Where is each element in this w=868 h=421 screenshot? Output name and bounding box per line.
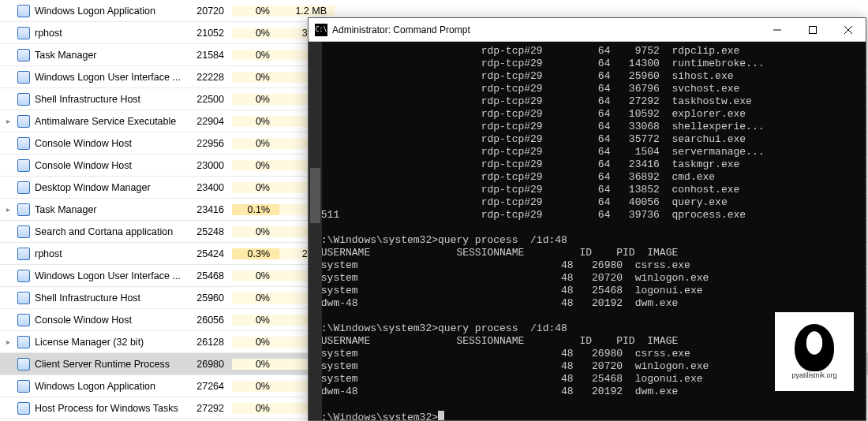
app-icon [17, 71, 30, 84]
pid-cell: 22956 [188, 138, 232, 149]
pid-cell: 25468 [188, 270, 232, 281]
pid-cell: 25424 [188, 248, 232, 259]
process-name-cell: Shell Infrastructure Host [16, 93, 188, 106]
pid-cell: 23400 [188, 182, 232, 193]
process-name-cell: Windows Logon User Interface ... [16, 270, 188, 282]
pid-cell: 21584 [188, 50, 232, 61]
process-name-cell: License Manager (32 bit) [16, 336, 188, 348]
app-icon [17, 137, 30, 150]
app-icon [17, 336, 30, 348]
cpu-cell: 0.1% [232, 204, 279, 215]
cmd-icon: C:\ [315, 24, 327, 36]
minimize-button[interactable] [759, 18, 795, 42]
maximize-button[interactable] [795, 18, 830, 42]
close-icon [844, 26, 852, 34]
pid-cell: 27292 [188, 403, 232, 414]
app-icon [17, 181, 30, 194]
process-name-cell: Windows Logon Application [16, 5, 188, 17]
process-name-cell: rphost [16, 27, 188, 39]
expand-chevron-icon[interactable]: ▸ [0, 337, 16, 346]
pid-cell: 26980 [188, 359, 232, 370]
app-icon [17, 225, 30, 238]
app-icon [17, 5, 30, 17]
pid-cell: 23000 [188, 160, 232, 171]
penguin-icon [795, 324, 834, 371]
app-icon [17, 115, 30, 128]
cpu-cell: 0.3% [232, 248, 279, 259]
process-name-cell: Console Window Host [16, 314, 188, 326]
cursor [438, 411, 444, 420]
cpu-cell: 0% [232, 94, 279, 105]
window-title: Administrator: Command Prompt [332, 24, 759, 35]
process-name-cell: Desktop Window Manager [16, 181, 188, 194]
app-icon [17, 93, 30, 106]
process-name-cell: Task Manager [16, 49, 188, 61]
app-icon [17, 27, 30, 39]
watermark-text: pyatilistnik.org [791, 371, 836, 379]
app-icon [17, 380, 30, 393]
cpu-cell: 0% [232, 138, 279, 149]
pid-cell: 22500 [188, 94, 232, 105]
process-name-cell: Console Window Host [16, 159, 188, 172]
titlebar[interactable]: C:\ Administrator: Command Prompt [309, 18, 866, 42]
app-icon [17, 314, 30, 326]
minimize-icon [773, 26, 781, 34]
cpu-cell: 0% [232, 270, 279, 281]
close-button[interactable] [830, 18, 866, 42]
cpu-cell: 0% [232, 28, 279, 39]
cpu-cell: 0% [232, 182, 279, 193]
pid-cell: 26056 [188, 315, 232, 326]
cpu-cell: 0% [232, 50, 279, 61]
cpu-cell: 0% [232, 72, 279, 83]
watermark: pyatilistnik.org [775, 312, 854, 391]
memory-cell: 1.2 MB [279, 6, 335, 17]
app-icon [17, 358, 30, 371]
maximize-icon [809, 26, 817, 34]
cpu-cell: 0% [232, 359, 279, 370]
app-icon [17, 292, 30, 304]
process-name-cell: Shell Infrastructure Host [16, 292, 188, 304]
expand-chevron-icon[interactable]: ▸ [0, 117, 16, 125]
process-name-cell: Client Server Runtime Process [16, 358, 188, 371]
process-name-cell: rphost [16, 248, 188, 260]
app-icon [17, 159, 30, 172]
cpu-cell: 0% [232, 403, 279, 414]
terminal-scrollbar[interactable] [309, 42, 322, 420]
app-icon [17, 203, 30, 216]
pid-cell: 26128 [188, 337, 232, 348]
cpu-cell: 0% [232, 226, 279, 237]
pid-cell: 27264 [188, 381, 232, 392]
expand-chevron-icon[interactable]: ▸ [0, 205, 16, 214]
cpu-cell: 0% [232, 381, 279, 392]
pid-cell: 22228 [188, 72, 232, 83]
app-icon [17, 248, 30, 260]
svg-rect-1 [809, 26, 816, 33]
pid-cell: 22904 [188, 116, 232, 127]
app-icon [17, 402, 30, 415]
process-name-cell: Host Process for Windows Tasks [16, 402, 188, 415]
pid-cell: 25248 [188, 226, 232, 237]
pid-cell: 25960 [188, 292, 232, 304]
cpu-cell: 0% [232, 337, 279, 348]
pid-cell: 21052 [188, 28, 232, 39]
cpu-cell: 0% [232, 292, 279, 304]
app-icon [17, 49, 30, 61]
cpu-cell: 0% [232, 116, 279, 127]
process-name-cell: Antimalware Service Executable [16, 115, 188, 128]
pid-cell: 23416 [188, 204, 232, 215]
pid-cell: 20720 [188, 6, 232, 17]
cpu-cell: 0% [232, 160, 279, 171]
process-name-cell: Task Manager [16, 203, 188, 216]
process-name-cell: Console Window Host [16, 137, 188, 150]
process-name-cell: Search and Cortana application [16, 225, 188, 238]
cpu-cell: 0% [232, 6, 279, 17]
scrollbar-thumb[interactable] [310, 168, 320, 223]
cpu-cell: 0% [232, 315, 279, 326]
process-name-cell: Windows Logon User Interface ... [16, 71, 188, 84]
app-icon [17, 270, 30, 282]
process-name-cell: Windows Logon Application [16, 380, 188, 393]
